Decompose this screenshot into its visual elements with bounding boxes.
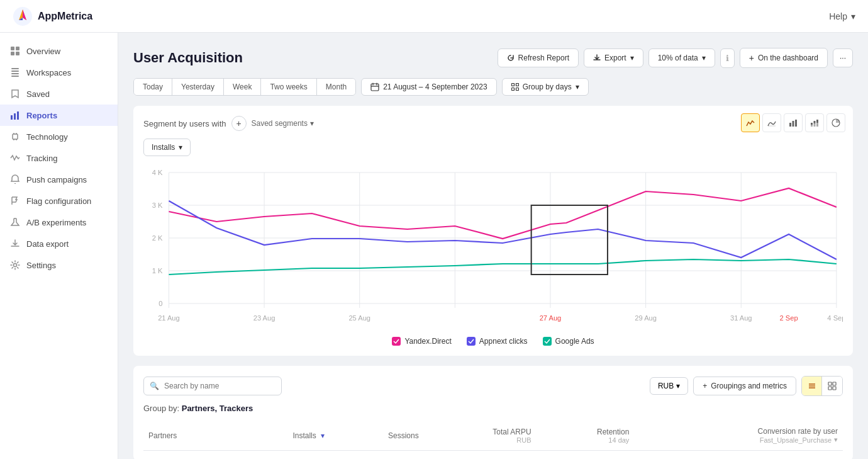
sidebar-label: Reports xyxy=(26,111,57,120)
bar-chart-icon xyxy=(789,118,798,127)
export-icon xyxy=(593,54,601,62)
svg-rect-77 xyxy=(833,387,836,390)
help-button[interactable]: Help ▾ xyxy=(829,11,855,21)
col-label: Installs xyxy=(292,431,316,440)
tab-today[interactable]: Today xyxy=(134,79,172,95)
col-installs[interactable]: Installs ▾ xyxy=(233,421,330,451)
group-by-button[interactable]: Group by days ▾ xyxy=(502,78,589,96)
bar-chart-button[interactable] xyxy=(784,113,803,132)
legend-checkbox-yandex xyxy=(392,337,401,346)
on-dashboard-label: On the dashboard xyxy=(758,54,818,62)
stacked-bar-button[interactable] xyxy=(805,113,824,132)
refresh-report-button[interactable]: Refresh Report xyxy=(498,48,579,67)
svg-rect-21 xyxy=(371,84,379,91)
smooth-chart-icon xyxy=(767,118,776,127)
saved-segments-button[interactable]: Saved segments ▾ xyxy=(252,119,314,128)
svg-text:0: 0 xyxy=(159,300,162,307)
svg-rect-9 xyxy=(11,76,19,77)
add-segment-button[interactable]: + xyxy=(231,116,247,131)
svg-rect-12 xyxy=(17,111,19,120)
export-label: Export xyxy=(604,54,626,62)
chart-container: Segment by users with + Saved segments ▾ xyxy=(133,106,853,356)
installs-dropdown[interactable]: Installs ▾ xyxy=(143,139,191,156)
sidebar-item-technology[interactable]: Technology xyxy=(0,126,118,147)
group-icon xyxy=(511,83,519,91)
view-toggle xyxy=(801,376,843,396)
tab-two-weeks[interactable]: Two weeks xyxy=(261,79,316,95)
tab-yesterday[interactable]: Yesterday xyxy=(172,79,224,95)
sidebar-label: Tracking xyxy=(26,154,57,163)
line-chart-button[interactable] xyxy=(741,113,760,132)
header-actions: Refresh Report Export ▾ 10% of data ▾ ℹ … xyxy=(498,48,853,68)
sidebar-item-settings[interactable]: Settings xyxy=(0,254,118,276)
group-by-label: Group by days xyxy=(523,82,572,91)
data-table: Partners Installs ▾ Sessions Total ARPU … xyxy=(143,421,843,451)
sidebar-item-overview[interactable]: Overview xyxy=(0,40,118,62)
svg-text:27 Aug: 27 Aug xyxy=(540,314,562,322)
chevron-down-icon: ▾ xyxy=(851,11,855,21)
grid-icon xyxy=(10,46,20,56)
col-conversion[interactable]: Conversion rate by user Fast_Upsale_Purc… xyxy=(634,421,843,451)
group-by-label-row: Group by: Partners, Trackers xyxy=(143,404,843,413)
tab-week[interactable]: Week xyxy=(224,79,261,95)
stacked-bar-icon xyxy=(810,118,819,127)
legend-appnext[interactable]: Appnext clicks xyxy=(467,337,528,346)
data-sample-button[interactable]: 10% of data ▾ xyxy=(648,48,715,67)
grid-view-button[interactable] xyxy=(822,377,842,395)
controls-row: Today Yesterday Week Two weeks Month 21 … xyxy=(133,78,853,96)
svg-rect-30 xyxy=(789,123,791,127)
svg-point-20 xyxy=(14,264,17,267)
svg-rect-37 xyxy=(816,120,818,123)
currency-button[interactable]: RUB ▾ xyxy=(650,377,688,395)
legend-google-ads[interactable]: Google Ads xyxy=(543,337,594,346)
sidebar-item-ab-experiments[interactable]: A/B experiments xyxy=(0,212,118,233)
svg-rect-4 xyxy=(11,52,14,55)
svg-rect-32 xyxy=(795,120,797,127)
legend-checkbox-appnext xyxy=(467,337,476,346)
line-chart-icon xyxy=(746,118,755,127)
svg-rect-7 xyxy=(11,73,19,74)
legend-label: Google Ads xyxy=(555,337,594,346)
info-button[interactable]: ℹ xyxy=(720,48,735,68)
currency-label: RUB xyxy=(658,382,674,390)
saved-segments-label: Saved segments xyxy=(252,119,308,128)
tab-month[interactable]: Month xyxy=(317,79,355,95)
date-range-button[interactable]: 21 August – 4 September 2023 xyxy=(361,78,496,96)
svg-rect-27 xyxy=(511,88,514,91)
legend-label: Appnext clicks xyxy=(479,337,528,346)
groupings-button[interactable]: + Groupings and metrics xyxy=(693,377,796,395)
sidebar-item-push-campaigns[interactable]: Push campaigns xyxy=(0,169,118,190)
smooth-chart-button[interactable] xyxy=(762,113,781,132)
chevron-down-icon: ▾ xyxy=(576,82,579,91)
app-name: AppMetrica xyxy=(38,11,92,22)
sidebar-item-saved[interactable]: Saved xyxy=(0,83,118,105)
sidebar-item-reports[interactable]: Reports xyxy=(0,105,118,126)
svg-rect-31 xyxy=(793,121,794,127)
legend-checkbox-google xyxy=(543,337,552,346)
data-sample-label: 10% of data xyxy=(658,54,698,62)
chevron-down-icon: ▾ xyxy=(834,436,838,444)
svg-text:29 Aug: 29 Aug xyxy=(635,314,657,322)
sidebar-label: Settings xyxy=(26,261,56,270)
header: AppMetrica Help ▾ xyxy=(0,0,868,33)
sidebar-item-data-export[interactable]: Data export xyxy=(0,233,118,254)
legend-yandex-direct[interactable]: Yandex.Direct xyxy=(392,337,451,346)
sidebar-item-tracking[interactable]: Tracking xyxy=(0,147,118,169)
pie-chart-button[interactable] xyxy=(826,113,845,132)
on-dashboard-button[interactable]: + On the dashboard xyxy=(740,48,828,68)
col-sessions: Sessions xyxy=(330,421,424,451)
sidebar-item-flag-configuration[interactable]: Flag configuration xyxy=(0,190,118,212)
svg-text:2 Sep: 2 Sep xyxy=(780,314,798,322)
sidebar-label: Workspaces xyxy=(26,68,71,77)
col-label: Retention xyxy=(542,428,630,436)
more-options-button[interactable]: ··· xyxy=(833,48,853,67)
col-sub: RUB xyxy=(429,436,531,444)
search-input[interactable] xyxy=(143,377,282,395)
list-view-button[interactable] xyxy=(802,377,822,395)
col-label: Partners xyxy=(148,431,177,440)
sidebar-item-workspaces[interactable]: Workspaces xyxy=(0,62,118,83)
calendar-icon xyxy=(370,82,379,91)
svg-rect-11 xyxy=(14,113,16,120)
export-button[interactable]: Export ▾ xyxy=(584,48,643,67)
col-retention: Retention 14 day xyxy=(537,421,635,451)
